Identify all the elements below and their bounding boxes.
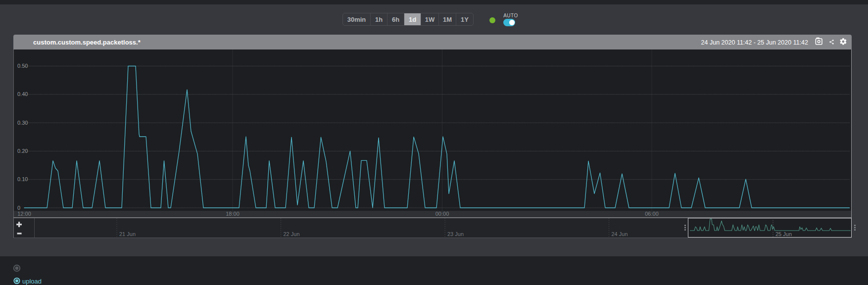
- svg-text:00:00: 00:00: [435, 211, 449, 217]
- svg-text:12:00: 12:00: [17, 211, 31, 217]
- svg-text:25 Jun: 25 Jun: [775, 231, 792, 237]
- svg-text:24 Jun: 24 Jun: [612, 231, 628, 237]
- svg-text:0: 0: [17, 205, 20, 211]
- svg-text:0.10: 0.10: [17, 176, 28, 182]
- svg-text:06:00: 06:00: [645, 211, 659, 217]
- svg-text:0.40: 0.40: [17, 91, 28, 97]
- svg-text:21 Jun: 21 Jun: [119, 231, 136, 237]
- svg-text:0.20: 0.20: [17, 148, 28, 154]
- svg-text:0.50: 0.50: [17, 63, 28, 69]
- svg-text:18:00: 18:00: [226, 211, 240, 217]
- svg-text:22 Jun: 22 Jun: [284, 231, 300, 237]
- svg-text:23 Jun: 23 Jun: [447, 231, 464, 237]
- svg-text:0.30: 0.30: [17, 120, 28, 126]
